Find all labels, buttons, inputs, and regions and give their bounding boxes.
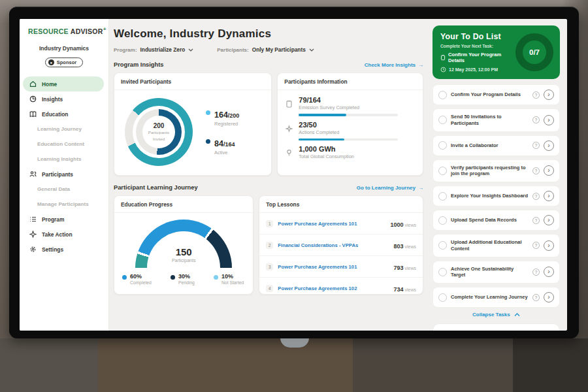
task-label: Verify participants requesting to join t… bbox=[451, 165, 529, 178]
task-checkbox[interactable] bbox=[438, 216, 447, 225]
task-row[interactable]: Achieve One Sustainability Target ? › bbox=[433, 261, 560, 284]
help-icon[interactable]: ? bbox=[532, 167, 540, 174]
check-more-insights-link[interactable]: Check More Insights → bbox=[365, 62, 423, 68]
actions-completed-metric: 23/50 Actions Completed bbox=[286, 121, 415, 141]
sidebar-item-label: Education Content bbox=[37, 141, 84, 147]
task-go-button[interactable]: › bbox=[544, 267, 554, 277]
sidebar-item-participants[interactable]: Participants bbox=[20, 167, 108, 182]
logo-part2: ADVISOR bbox=[71, 27, 103, 35]
collapse-tasks-link[interactable]: Collapse Tasks bbox=[433, 312, 560, 318]
task-checkbox[interactable] bbox=[438, 293, 447, 302]
arrow-right-icon: → bbox=[418, 185, 423, 191]
participants-information-title: Participants Information bbox=[278, 73, 423, 90]
sponsor-icon: ● bbox=[48, 59, 54, 65]
task-go-button[interactable]: › bbox=[544, 115, 554, 125]
task-label: Achieve One Sustainability Target bbox=[451, 266, 529, 279]
chevron-down-icon bbox=[188, 48, 193, 52]
sidebar-item-education-content[interactable]: Education Content bbox=[20, 137, 108, 152]
gauge-center-value: 150 bbox=[147, 246, 220, 257]
participants-label: Participants: bbox=[217, 47, 248, 53]
task-go-button[interactable]: › bbox=[544, 191, 554, 201]
help-icon[interactable]: ? bbox=[532, 217, 540, 224]
main-content: Welcome, Industry Dynamics Program: Indu… bbox=[109, 19, 431, 331]
app-logo: RESOURCE ADVISOR+ bbox=[20, 26, 108, 35]
emission-survey-progress bbox=[299, 114, 398, 116]
help-icon[interactable]: ? bbox=[532, 242, 540, 249]
task-row[interactable]: Send 50 Invitations to Participants ? › bbox=[433, 108, 560, 132]
sidebar-item-education[interactable]: Education bbox=[20, 106, 108, 122]
task-go-button[interactable]: › bbox=[544, 292, 554, 302]
sidebar-item-label: Education bbox=[42, 111, 68, 118]
task-go-button[interactable]: › bbox=[544, 240, 554, 251]
task-row[interactable]: Complete Your Learning Journey ? › bbox=[433, 287, 560, 308]
sidebar-item-home[interactable]: Home bbox=[23, 76, 104, 91]
task-row[interactable]: Confirm Your Program Details ? › bbox=[433, 84, 560, 105]
sidebar-item-take-action[interactable]: Take Action bbox=[20, 227, 108, 242]
lesson-row[interactable]: 1 Power Purchase Agreements 101 1000view… bbox=[259, 213, 423, 235]
task-go-button[interactable]: › bbox=[544, 90, 554, 100]
program-label: Program: bbox=[114, 47, 137, 53]
task-checkbox[interactable] bbox=[438, 116, 447, 124]
task-checkbox[interactable] bbox=[438, 141, 447, 150]
help-icon[interactable]: ? bbox=[532, 142, 540, 149]
task-checkbox[interactable] bbox=[438, 167, 447, 175]
task-row[interactable]: Upload Spend Data Records ? › bbox=[433, 210, 560, 231]
views-label: views bbox=[404, 266, 416, 270]
help-icon[interactable]: ? bbox=[532, 193, 540, 200]
task-checkbox[interactable] bbox=[438, 91, 447, 99]
views-label: views bbox=[404, 287, 416, 292]
sidebar-item-general-data[interactable]: General Data bbox=[20, 182, 108, 197]
actions-completed-value: 23/50 bbox=[299, 121, 398, 129]
help-icon[interactable]: ? bbox=[532, 116, 540, 123]
not-started-label: Not Started bbox=[221, 280, 244, 285]
lesson-link[interactable]: Financial Considerations - VPPAs bbox=[278, 242, 389, 248]
help-icon[interactable]: ? bbox=[532, 269, 540, 276]
sidebar-item-learning-insights[interactable]: Learning Insights bbox=[20, 152, 108, 167]
lesson-row[interactable]: 2 Financial Considerations - VPPAs 803vi… bbox=[259, 235, 423, 256]
sponsor-badge[interactable]: ● Sponsor bbox=[45, 57, 83, 67]
pending-label: Pending bbox=[178, 280, 195, 285]
sidebar-item-settings[interactable]: Settings bbox=[20, 242, 108, 257]
participants-dropdown[interactable]: Participants: Only My Participants bbox=[217, 46, 314, 53]
legend-pending: 30% Pending bbox=[171, 273, 195, 285]
desk-surface bbox=[0, 338, 98, 392]
task-go-button[interactable]: › bbox=[544, 140, 554, 151]
sidebar: RESOURCE ADVISOR+ Industry Dynamics ● Sp… bbox=[20, 19, 109, 331]
gauge-center-label: Participants bbox=[147, 258, 220, 263]
task-row[interactable]: Invite a Collaborator ? › bbox=[433, 135, 560, 156]
task-checkbox[interactable] bbox=[438, 268, 447, 276]
help-icon[interactable]: ? bbox=[532, 91, 540, 99]
task-row[interactable]: Verify participants requesting to join t… bbox=[433, 159, 560, 183]
todo-counter: 0/7 bbox=[529, 48, 540, 56]
sidebar-item-learning-journey[interactable]: Learning Journey bbox=[20, 122, 108, 137]
task-go-button[interactable]: › bbox=[544, 165, 554, 176]
program-dropdown[interactable]: Program: Industrialize Zero bbox=[114, 46, 193, 53]
lesson-link[interactable]: Power Purchase Agreements 101 bbox=[278, 221, 385, 227]
program-value: Industrialize Zero bbox=[140, 46, 186, 53]
next-task-label: Confirm Your Program Details bbox=[448, 52, 512, 63]
recent-news-card: Recent News bbox=[433, 323, 560, 331]
sidebar-item-label: Settings bbox=[42, 246, 63, 253]
go-to-learning-journey-link[interactable]: Go to Learning Journey → bbox=[357, 185, 423, 191]
lesson-link[interactable]: Power Purchase Agreements 101 bbox=[278, 264, 389, 270]
lesson-row[interactable]: 3 Power Purchase Agreements 101 793views bbox=[259, 256, 423, 278]
views-label: views bbox=[404, 244, 416, 249]
task-checkbox[interactable] bbox=[438, 192, 447, 201]
not-started-dot bbox=[214, 275, 218, 280]
task-go-button[interactable]: › bbox=[544, 215, 554, 225]
donut-center-label: Participants bbox=[148, 130, 169, 135]
next-task-row: Confirm Your Program Details bbox=[440, 52, 512, 63]
sidebar-item-insights[interactable]: Insights bbox=[20, 91, 108, 106]
help-icon[interactable]: ? bbox=[532, 294, 540, 301]
collapse-tasks-label: Collapse Tasks bbox=[472, 312, 510, 318]
sidebar-item-manage-participants[interactable]: Manage Participants bbox=[20, 197, 108, 212]
task-checkbox[interactable] bbox=[438, 241, 447, 250]
task-row[interactable]: Explore Your Insights Dashboard ? › bbox=[433, 186, 560, 206]
lesson-link[interactable]: Power Purchase Agreements 102 bbox=[278, 286, 389, 291]
go-to-learning-journey-label: Go to Learning Journey bbox=[357, 185, 416, 191]
invited-participants-title: Invited Participants bbox=[114, 73, 271, 90]
sidebar-item-program[interactable]: Program bbox=[20, 212, 108, 227]
todo-progress-ring: 0/7 bbox=[515, 33, 553, 71]
task-row[interactable]: Upload Additional Educational Content ? … bbox=[433, 234, 560, 257]
lesson-row[interactable]: 4 Power Purchase Agreements 102 734views bbox=[259, 278, 423, 295]
